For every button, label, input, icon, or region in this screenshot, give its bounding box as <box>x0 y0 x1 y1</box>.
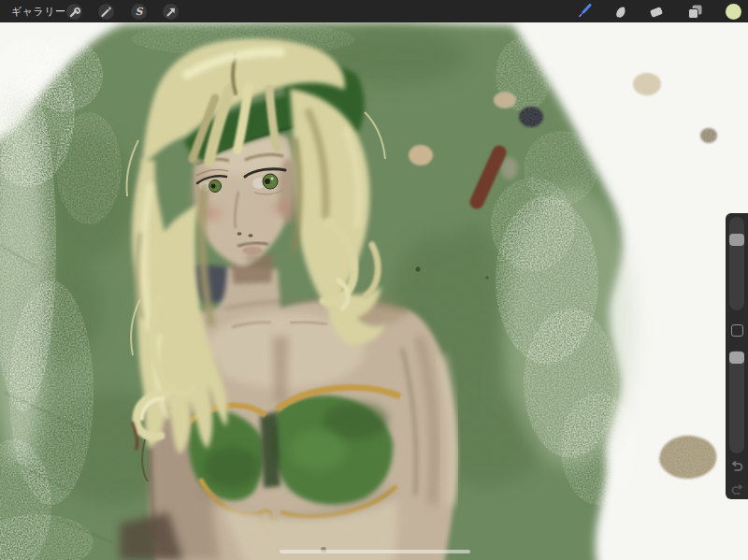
procreate-app: { "topbar": { "background": "#252525", "… <box>0 0 748 560</box>
paint-tool-button[interactable] <box>576 4 592 20</box>
transform-button[interactable] <box>163 4 179 20</box>
layers-button[interactable] <box>687 4 703 20</box>
erase-tool-button[interactable] <box>649 4 665 20</box>
tan-blob-left <box>409 145 433 165</box>
top-toolbar: ギャラリー S <box>0 0 748 22</box>
arrow-cursor-icon <box>165 6 177 18</box>
adjustments-button[interactable] <box>98 4 114 20</box>
redo-button[interactable] <box>731 483 744 495</box>
undo-icon <box>730 461 743 473</box>
actions-button[interactable] <box>66 4 82 20</box>
undo-button[interactable] <box>730 460 743 472</box>
smudge-tool-button[interactable] <box>612 4 628 20</box>
selection-button[interactable]: S <box>131 4 147 20</box>
layers-icon <box>687 4 703 20</box>
gray-smudge <box>501 157 518 179</box>
drawing-canvas[interactable] <box>0 0 748 560</box>
magic-wand-icon <box>100 6 112 18</box>
brush-opacity-slider[interactable] <box>729 351 744 453</box>
tan-blob-upper <box>494 92 516 108</box>
brush-size-handle[interactable] <box>729 234 744 246</box>
brush-size-slider[interactable] <box>729 217 744 310</box>
gallery-button[interactable]: ギャラリー <box>11 0 66 22</box>
eraser-icon <box>649 4 665 20</box>
modify-button[interactable] <box>731 324 743 337</box>
current-color-swatch[interactable] <box>726 4 741 20</box>
finger-icon <box>612 4 628 20</box>
beige-blob-top-right <box>633 73 661 95</box>
home-indicator[interactable] <box>280 550 470 553</box>
redo-icon <box>731 484 744 496</box>
wrench-icon <box>68 6 80 18</box>
brush-opacity-handle[interactable] <box>729 352 744 364</box>
s-curve-icon: S <box>136 7 143 17</box>
brush-sidebar <box>726 213 748 499</box>
brush-icon <box>576 4 592 20</box>
